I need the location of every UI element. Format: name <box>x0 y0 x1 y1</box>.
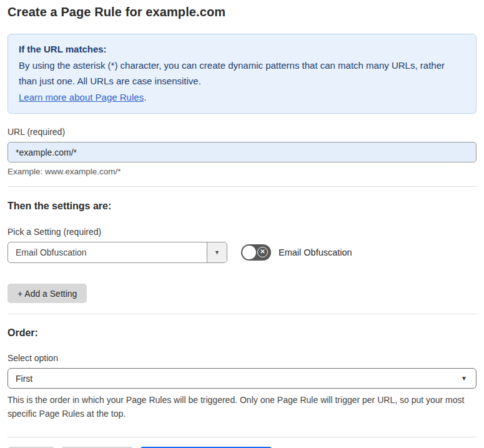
url-field-label: URL (required) <box>7 127 477 137</box>
toggle-knob <box>242 246 256 259</box>
pick-setting-label: Pick a Setting (required) <box>7 227 477 237</box>
setting-dropdown-value: Email Obfuscation <box>8 242 207 262</box>
url-input[interactable] <box>7 142 477 162</box>
email-obfuscation-toggle[interactable]: ✕ <box>241 244 271 261</box>
url-example-hint: Example: www.example.com/* <box>7 167 477 176</box>
toggle-off-x-icon: ✕ <box>257 247 268 257</box>
page-rule-form: Create a Page Rule for example.com If th… <box>0 5 484 448</box>
chevron-down-icon[interactable]: ▼ <box>207 242 227 262</box>
setting-row: Email Obfuscation ▼ ✕ Email Obfuscation <box>7 242 477 263</box>
email-obfuscation-toggle-group: ✕ Email Obfuscation <box>241 244 352 261</box>
divider <box>7 437 477 437</box>
chevron-down-icon: ▼ <box>461 375 467 382</box>
order-select-value: First <box>16 374 32 384</box>
add-setting-button[interactable]: + Add a Setting <box>7 284 87 303</box>
learn-more-link[interactable]: Learn more about Page Rules <box>19 92 144 102</box>
info-box-body: By using the asterisk (*) character, you… <box>19 57 465 89</box>
page-title: Create a Page Rule for example.com <box>7 5 477 19</box>
url-match-info-box: If the URL matches: By using the asteris… <box>7 34 477 114</box>
divider <box>7 186 477 187</box>
select-option-label: Select option <box>7 353 477 363</box>
toggle-label: Email Obfuscation <box>279 247 352 257</box>
settings-section-heading: Then the settings are: <box>7 201 477 212</box>
info-box-heading: If the URL matches: <box>19 41 465 57</box>
order-help-text: This is the order in which your Page Rul… <box>7 393 477 421</box>
order-section-heading: Order: <box>7 327 477 339</box>
info-box-link-line: Learn more about Page Rules. <box>19 89 465 106</box>
setting-dropdown[interactable]: Email Obfuscation ▼ <box>7 242 227 263</box>
link-suffix: . <box>144 92 146 102</box>
order-select[interactable]: First ▼ <box>7 368 477 389</box>
divider <box>7 314 477 314</box>
